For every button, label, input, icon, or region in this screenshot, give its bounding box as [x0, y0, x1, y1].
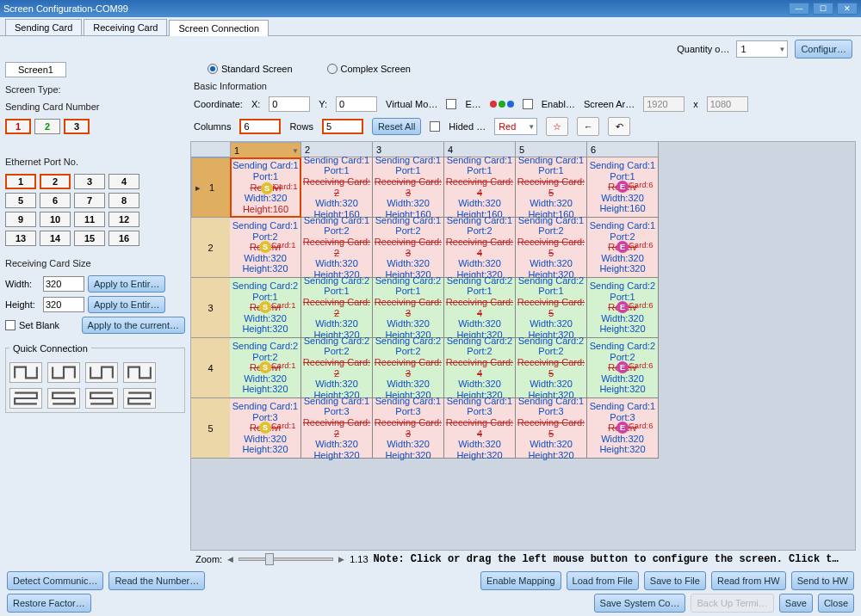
maximize-icon[interactable]: ☐ [813, 3, 833, 15]
apply-current-button[interactable]: Apply to the current… [82, 317, 185, 334]
enable-mapping-button[interactable]: Enable Mapping [480, 571, 561, 590]
zoom-out-icon[interactable]: ◀ [227, 555, 233, 564]
quick-connect-pattern-4[interactable] [123, 362, 156, 383]
grid-cell-r5-c2[interactable]: Sending Card:1Port:3Receiving Card: 2Wid… [301, 398, 373, 459]
port-8[interactable]: 8 [108, 193, 139, 208]
grid-cell-r1-c6[interactable]: Sending Card:1Port:1ReceivWidth:320Heigh… [587, 157, 659, 218]
tab-receiving-card[interactable]: Receiving Card [84, 19, 167, 35]
complex-screen-radio[interactable] [327, 64, 338, 74]
grid-cell-r3-c1[interactable]: Sending Card:2Port:1ReceiviWidth:320Heig… [230, 278, 301, 338]
reset-all-button[interactable]: Reset All [372, 118, 421, 135]
save-to-file-button[interactable]: Save to File [644, 571, 706, 590]
port-2[interactable]: 2 [40, 174, 71, 189]
grid-cell-r1-c5[interactable]: Sending Card:1Port:1Receiving Card: 5Wid… [516, 157, 587, 218]
grid-cell-r5-c4[interactable]: Sending Card:1Port:3Receiving Card: 4Wid… [444, 398, 516, 459]
grid-cell-r5-c6[interactable]: Sending Card:1Port:3ReceivWidth:320Heigh… [587, 398, 659, 459]
configure-button[interactable]: Configur… [795, 40, 852, 59]
quick-connect-pattern-6[interactable] [47, 388, 80, 409]
star-icon[interactable]: ☆ [546, 117, 568, 136]
columns-input[interactable]: 6 [239, 119, 281, 134]
grid-cell-r1-c4[interactable]: Sending Card:1Port:1Receiving Card: 4Wid… [444, 157, 516, 218]
connection-grid[interactable]: ▸12345 123456 Sending Card:1Port:1Receiv… [190, 141, 856, 551]
grid-cell-r2-c4[interactable]: Sending Card:1Port:2Receiving Card: 4Wid… [444, 218, 516, 278]
row-header-4[interactable]: 4 [191, 338, 230, 398]
hided-checkbox[interactable] [430, 121, 440, 132]
color-select[interactable]: Red [494, 118, 537, 135]
height-input[interactable]: 320 [43, 297, 84, 312]
palette-icon[interactable] [490, 101, 514, 108]
sending-card-1[interactable]: 1 [5, 119, 31, 134]
enable-checkbox[interactable] [523, 99, 533, 109]
tab-screen-connection[interactable]: Screen Connection [169, 20, 269, 36]
quick-connect-pattern-1[interactable] [9, 362, 42, 383]
grid-cell-r5-c5[interactable]: Sending Card:1Port:3Receiving Card: 5Wid… [516, 398, 587, 459]
quick-connect-pattern-5[interactable] [9, 388, 42, 409]
port-11[interactable]: 11 [74, 212, 105, 227]
apply-entire-button-2[interactable]: Apply to Entir… [88, 296, 165, 313]
port-10[interactable]: 10 [40, 212, 71, 227]
standard-screen-radio[interactable] [208, 64, 218, 74]
apply-entire-button-1[interactable]: Apply to Entir… [88, 275, 165, 293]
grid-cell-r2-c6[interactable]: Sending Card:1Port:2ReceivWidth:320Heigh… [587, 218, 659, 278]
grid-cell-r1-c2[interactable]: Sending Card:1Port:1Receiving Card: 2Wid… [301, 157, 373, 218]
grid-cell-r2-c5[interactable]: Sending Card:1Port:2Receiving Card: 5Wid… [516, 218, 587, 278]
grid-cell-r5-c1[interactable]: Sending Card:1Port:3ReceiviWidth:320Heig… [230, 398, 301, 459]
grid-cell-r3-c2[interactable]: Sending Card:2Port:1Receiving Card: 2Wid… [301, 278, 373, 338]
grid-cell-r4-c4[interactable]: Sending Card:2Port:2Receiving Card: 4Wid… [444, 338, 516, 398]
grid-cell-r3-c5[interactable]: Sending Card:2Port:1Receiving Card: 5Wid… [516, 278, 587, 338]
port-4[interactable]: 4 [108, 174, 139, 189]
grid-cell-r4-c5[interactable]: Sending Card:2Port:2Receiving Card: 5Wid… [516, 338, 587, 398]
undo-icon[interactable]: ↶ [608, 117, 630, 136]
read-number-button[interactable]: Read the Number… [108, 571, 205, 590]
grid-cell-r4-c1[interactable]: Sending Card:2Port:2ReceiviWidth:320Heig… [230, 338, 301, 398]
quick-connect-pattern-3[interactable] [85, 362, 118, 383]
sending-card-2[interactable]: 2 [34, 119, 60, 134]
port-16[interactable]: 16 [108, 231, 139, 246]
sending-card-3[interactable]: 3 [64, 119, 90, 134]
row-header-2[interactable]: 2 [191, 218, 230, 278]
grid-cell-r4-c6[interactable]: Sending Card:2Port:2ReceivWidth:320Heigh… [587, 338, 659, 398]
col-header-6[interactable]: 6 [587, 142, 659, 157]
port-7[interactable]: 7 [74, 193, 105, 208]
grid-cell-r5-c3[interactable]: Sending Card:1Port:3Receiving Card: 3Wid… [373, 398, 444, 459]
port-5[interactable]: 5 [5, 193, 36, 208]
back-arrow-icon[interactable]: ← [577, 117, 599, 136]
set-blank-checkbox[interactable] [5, 320, 15, 330]
quick-connect-pattern-2[interactable] [47, 362, 80, 383]
grid-cell-r4-c3[interactable]: Sending Card:2Port:2Receiving Card: 3Wid… [373, 338, 444, 398]
zoom-in-icon[interactable]: ▶ [338, 555, 344, 564]
read-from-hw-button[interactable]: Read from HW [711, 571, 786, 590]
quick-connect-pattern-7[interactable] [85, 388, 118, 409]
row-header-3[interactable]: 3 [191, 278, 230, 338]
tab-screen1[interactable]: Screen1 [5, 62, 66, 77]
port-15[interactable]: 15 [74, 231, 105, 246]
quantity-select[interactable]: 1 [736, 40, 788, 58]
col-header-1[interactable]: 1 [230, 142, 301, 159]
save-system-button[interactable]: Save System Co… [594, 594, 686, 613]
quick-connect-pattern-8[interactable] [123, 388, 156, 409]
tab-sending-card[interactable]: Sending Card [5, 19, 82, 35]
grid-cell-r3-c4[interactable]: Sending Card:2Port:1Receiving Card: 4Wid… [444, 278, 516, 338]
port-3[interactable]: 3 [74, 174, 105, 189]
send-to-hw-button[interactable]: Send to HW [791, 571, 854, 590]
grid-cell-r2-c3[interactable]: Sending Card:1Port:2Receiving Card: 3Wid… [373, 218, 444, 278]
grid-cell-r2-c1[interactable]: Sending Card:1Port:2ReceiviWidth:320Heig… [230, 218, 301, 278]
grid-cell-r3-c6[interactable]: Sending Card:2Port:1ReceivWidth:320Heigh… [587, 278, 659, 338]
rows-input[interactable]: 5 [322, 119, 363, 134]
port-9[interactable]: 9 [5, 212, 36, 227]
port-6[interactable]: 6 [40, 193, 71, 208]
detect-communic-button[interactable]: Detect Communic… [7, 571, 103, 590]
grid-cell-r2-c2[interactable]: Sending Card:1Port:2Receiving Card: 2Wid… [301, 218, 373, 278]
close-button[interactable]: Close [818, 594, 854, 613]
coord-y-input[interactable]: 0 [336, 96, 377, 112]
grid-cell-r1-c3[interactable]: Sending Card:1Port:1Receiving Card: 3Wid… [373, 157, 444, 218]
zoom-slider[interactable] [238, 557, 333, 561]
minimize-icon[interactable]: — [789, 3, 809, 15]
port-13[interactable]: 13 [5, 231, 36, 246]
save-button[interactable]: Save [779, 594, 813, 613]
load-from-file-button[interactable]: Load from File [567, 571, 639, 590]
grid-cell-r3-c3[interactable]: Sending Card:2Port:1Receiving Card: 3Wid… [373, 278, 444, 338]
row-header-5[interactable]: 5 [191, 398, 230, 459]
coord-x-input[interactable]: 0 [269, 96, 310, 112]
grid-cell-r1-c1[interactable]: Sending Card:1Port:1ReceiviWidth:320Heig… [230, 157, 301, 218]
